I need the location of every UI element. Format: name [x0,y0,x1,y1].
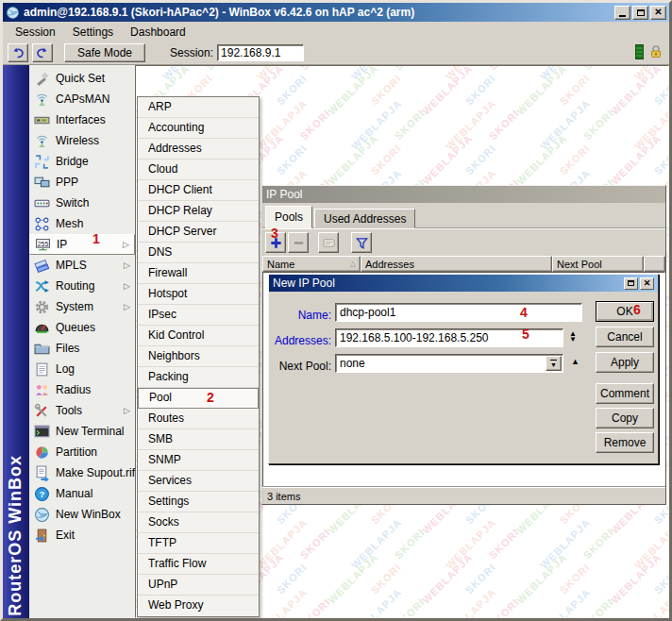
ip-menu-item-settings[interactable]: Settings [138,492,259,512]
collapse-up-arrow[interactable]: ▲ [571,357,580,366]
remove-dialog-button[interactable]: Remove [596,432,654,453]
ip-menu-item-upnp[interactable]: UPnP [138,575,259,596]
ip-menu-item-ipsec[interactable]: IPsec [138,305,259,326]
ip-menu-item-dhcp-server[interactable]: DHCP Server [138,222,259,243]
sidebar-item-capsman[interactable]: CAPsMAN [29,89,135,109]
menubar-item-settings[interactable]: Settings [64,24,122,41]
ip-menu-item-smb[interactable]: SMB [138,429,259,450]
sidebar-item-wireless[interactable]: Wireless [29,130,135,151]
dialog-titlebar[interactable]: New IP Pool ✕ [269,275,658,292]
ip-menu-item-addresses[interactable]: Addresses [138,139,259,159]
name-label: Name: [273,309,331,322]
ip-menu-item-web-proxy[interactable]: Web Proxy [138,596,259,616]
ip-menu-item-socks[interactable]: Socks [138,512,259,533]
sidebar-item-label: Queues [56,321,95,334]
sidebar-item-label: Tools [56,404,82,417]
ip-menu-item-services[interactable]: Services [138,471,259,492]
redo-button[interactable] [32,43,53,62]
sidebar-item-quick-set[interactable]: Quick Set [29,68,135,89]
sidebar-item-radius[interactable]: Radius [29,379,135,400]
table-header: Name△AddressesNext Pool [262,256,665,272]
sidebar-item-label: Bridge [56,155,89,168]
ip-menu-item-dhcp-relay[interactable]: DHCP Relay [138,201,259,222]
column-header-addresses[interactable]: Addresses [361,256,552,272]
ip-menu-item-dns[interactable]: DNS [138,243,259,263]
sidebar-item-label: Manual [56,487,92,500]
sidebar-item-switch[interactable]: Switch [29,193,135,213]
sidebar-item-label: Interfaces [56,113,106,126]
ip-menu-item-firewall[interactable]: Firewall [138,263,259,284]
ip-menu-item-arp[interactable]: ARP [138,97,259,118]
ok-button[interactable]: OK [596,301,654,322]
ip-menu-item-tftp[interactable]: TFTP [138,533,259,554]
step-annotation-5: 5 [522,327,529,342]
session-input[interactable] [217,44,304,61]
comment-dialog-button[interactable]: Comment [596,383,654,404]
next-pool-input[interactable] [335,354,563,373]
step-annotation-1: 1 [92,231,100,246]
sidebar-item-manual[interactable]: ?Manual [29,483,135,504]
sidebar-item-log[interactable]: Log [29,359,135,379]
step-annotation-6: 6 [633,302,641,317]
ip-pool-titlebar[interactable]: IP Pool [262,186,665,203]
submenu-arrow-icon: ▷ [123,240,129,249]
sidebar-item-ppp[interactable]: PPP [29,172,135,193]
sidebar-item-partition[interactable]: Partition [29,442,135,462]
sidebar-item-label: MPLS [56,259,87,272]
safe-mode-button[interactable]: Safe Mode [64,43,145,62]
column-header-next-pool[interactable]: Next Pool [552,256,644,272]
ip-menu-item-packing[interactable]: Packing [138,367,259,388]
sidebar-item-new-terminal[interactable]: New Terminal [29,421,135,442]
close-icon: ✕ [654,8,662,17]
remove-button[interactable] [288,232,309,253]
undo-button[interactable] [8,43,28,62]
sidebar-item-queues[interactable]: Queues [29,317,135,338]
apply-button[interactable]: Apply [596,352,654,373]
menubar-item-session[interactable]: Session [7,24,64,41]
sidebar-item-files[interactable]: Files [29,338,135,359]
ip-menu-item-pool[interactable]: Pool [138,388,259,409]
next-pool-dropdown-button[interactable]: ▼ [546,356,562,371]
sidebar-item-tools[interactable]: Tools▷ [29,400,135,421]
column-header-name[interactable]: Name△ [262,256,361,272]
maximize-button[interactable] [632,6,648,20]
ip-menu-item-routes[interactable]: Routes [138,409,259,429]
ip-menu-item-traffic-flow[interactable]: Traffic Flow [138,554,259,575]
ip-menu-item-cloud[interactable]: Cloud [138,159,259,180]
menubar-item-dashboard[interactable]: Dashboard [122,24,194,41]
sidebar-item-bridge[interactable]: Bridge [29,151,135,172]
step-annotation-4: 4 [520,305,528,320]
addresses-updown-stepper[interactable]: ▲▼ [569,331,577,344]
tab-used-addresses[interactable]: Used Addresses [314,209,415,228]
minus-icon [292,236,306,250]
sidebar-item-exit[interactable]: Exit [29,525,135,545]
copy-dialog-button[interactable]: Copy [596,408,654,428]
dialog-maximize-button[interactable] [624,277,638,290]
dialog-maximize-icon [628,280,634,286]
sidebar-item-system[interactable]: System▷ [29,296,135,317]
ip-menu-item-neighbors[interactable]: Neighbors [138,346,259,367]
sidebar-item-interfaces[interactable]: Interfaces [29,109,135,130]
name-input[interactable] [335,303,582,322]
ip-menu-item-kid-control[interactable]: Kid Control [138,326,259,346]
sidebar-item-routing[interactable]: Routing▷ [29,276,135,296]
sidebar-item-mpls[interactable]: MPLS▷ [29,255,135,276]
filter-button[interactable] [351,232,372,253]
ip-menu-item-snmp[interactable]: SNMP [138,450,259,471]
ip-menu-item-accounting[interactable]: Accounting [138,118,259,139]
sidebar-item-mesh[interactable]: Mesh [29,213,135,234]
ip-menu-item-hotspot[interactable]: Hotspot [138,284,259,305]
ip-icon: 255 [35,237,51,253]
sidebar-item-new-winbox[interactable]: New WinBox [29,504,135,525]
sidebar-item-ip[interactable]: 255IP▷ [29,234,135,255]
dialog-close-button[interactable]: ✕ [640,277,654,290]
comment-button[interactable] [318,232,339,253]
ip-menu-item-dhcp-client[interactable]: DHCP Client [138,180,259,201]
submenu-arrow-icon: ▷ [124,260,130,270]
minimize-button[interactable] [614,6,630,20]
addresses-label: Addresses: [273,334,331,347]
sidebar-item-label: System [56,300,93,313]
close-button[interactable]: ✕ [650,6,666,20]
cancel-button[interactable]: Cancel [596,327,654,347]
sidebar-item-make-supout-rif[interactable]: Make Supout.rif [29,462,135,483]
